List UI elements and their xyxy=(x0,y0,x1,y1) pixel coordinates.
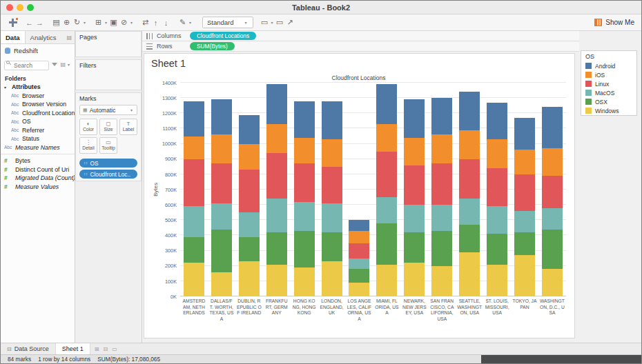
bar-segment-osx[interactable] xyxy=(349,269,369,283)
bar-segment-android[interactable] xyxy=(239,115,260,144)
columns-shelf[interactable]: Columns Cloudfront Locations xyxy=(142,31,579,41)
bar-segment-macos[interactable] xyxy=(211,203,232,230)
bar-segment-osx[interactable] xyxy=(322,232,342,261)
bar-segment-linux[interactable] xyxy=(211,163,232,203)
bar-segment-macos[interactable] xyxy=(459,199,480,225)
bar-segment-linux[interactable] xyxy=(184,159,204,207)
folder-expand-icon[interactable]: ▾ xyxy=(4,85,9,90)
show-me-button[interactable]: Show Me xyxy=(594,19,634,26)
presentation-mode-button[interactable]: ▭ xyxy=(275,17,285,28)
marks-pill[interactable]: ∷Cloudfront Loc.. xyxy=(79,170,137,179)
bar-segment-linux[interactable] xyxy=(431,163,452,205)
bar-segment-linux[interactable] xyxy=(349,243,369,259)
tab-analytics[interactable]: Analytics xyxy=(26,31,61,43)
legend-item[interactable]: MacOS xyxy=(581,88,636,97)
bar-segment-macos[interactable] xyxy=(322,203,342,232)
folder-row-attributes[interactable]: ▾ Attributes xyxy=(1,83,75,92)
bar-segment-windows[interactable] xyxy=(184,263,204,296)
bar-segment-linux[interactable] xyxy=(322,167,342,203)
dimensions-measures-divider[interactable] xyxy=(1,154,75,154)
tab-data-source[interactable]: ⊟ Data Source xyxy=(1,343,56,354)
bar-segment-osx[interactable] xyxy=(376,223,397,265)
rows-pill[interactable]: SUM(Bytes) xyxy=(190,42,235,50)
label-button[interactable]: TLabel xyxy=(119,119,137,135)
detail-button[interactable]: ⋮Detail xyxy=(79,137,97,154)
bar-segment-windows[interactable] xyxy=(266,265,287,297)
bar-segment-windows[interactable] xyxy=(459,252,480,296)
bar-segment-osx[interactable] xyxy=(487,234,507,264)
bar-segment-linux[interactable] xyxy=(487,168,507,206)
bar-segment-android[interactable] xyxy=(514,118,535,150)
bar-segment-macos[interactable] xyxy=(376,197,397,223)
bar-segment-osx[interactable] xyxy=(542,230,563,270)
share-button[interactable]: ↗ xyxy=(285,17,295,28)
field-row[interactable]: AbcCloudfront Locations xyxy=(1,109,75,118)
bar-segment-android[interactable] xyxy=(266,84,287,124)
bar-segment-linux[interactable] xyxy=(404,165,425,205)
field-row[interactable]: #Migrated Data (Count) xyxy=(1,174,75,183)
bar-segment-android[interactable] xyxy=(294,101,315,138)
bar-segment-ios[interactable] xyxy=(487,139,507,168)
redo-button[interactable]: → xyxy=(35,17,45,28)
field-row[interactable]: #Distinct Count of Uri xyxy=(1,165,75,174)
bar-segment-macos[interactable] xyxy=(514,211,535,232)
bar-segment-android[interactable] xyxy=(459,92,480,130)
field-row[interactable]: AbcStatus xyxy=(1,134,75,143)
clear-dropdown-caret[interactable]: ▾ xyxy=(129,20,134,25)
filters-shelf[interactable]: Filters xyxy=(75,59,142,90)
size-button[interactable]: ◻Size xyxy=(99,119,117,135)
bar-segment-osx[interactable] xyxy=(514,232,535,255)
bar-segment-android[interactable] xyxy=(211,99,232,134)
bar-segment-windows[interactable] xyxy=(487,265,507,297)
bar-segment-linux[interactable] xyxy=(542,176,563,208)
legend-item[interactable]: OSX xyxy=(581,97,636,106)
bar-segment-osx[interactable] xyxy=(294,231,315,267)
bar-segment-osx[interactable] xyxy=(211,230,232,272)
bar-segment-ios[interactable] xyxy=(376,124,397,152)
bar-segment-macos[interactable] xyxy=(294,202,315,231)
new-worksheet-button[interactable]: ⊞ xyxy=(93,17,104,28)
bar-segment-osx[interactable] xyxy=(239,237,260,261)
tab-sheet1[interactable]: Sheet 1 xyxy=(56,343,90,354)
bar-segment-android[interactable] xyxy=(542,107,563,148)
bar-segment-windows[interactable] xyxy=(294,267,315,296)
highlight-button[interactable]: ✎ xyxy=(177,17,188,28)
bar-segment-ios[interactable] xyxy=(514,150,535,174)
columns-pill[interactable]: Cloudfront Locations xyxy=(190,32,256,40)
bar-segment-macos[interactable] xyxy=(404,205,425,232)
close-window-button[interactable] xyxy=(6,4,13,11)
bar-segment-windows[interactable] xyxy=(376,265,397,297)
connection-row[interactable]: Redshift xyxy=(1,44,75,57)
refresh-button[interactable]: ↻ xyxy=(72,17,82,28)
bar-segment-windows[interactable] xyxy=(349,283,369,296)
swap-axes-button[interactable]: ⇄ xyxy=(140,17,150,28)
legend-item[interactable]: Windows xyxy=(581,106,636,115)
bar-segment-ios[interactable] xyxy=(184,136,204,159)
save-button[interactable]: ▤ xyxy=(51,17,61,28)
bar-segment-windows[interactable] xyxy=(542,269,563,296)
bar-segment-android[interactable] xyxy=(431,98,452,134)
sort-ascending-button[interactable]: ↑ xyxy=(150,17,161,28)
tooltip-button[interactable]: ▭Tooltip xyxy=(99,137,117,154)
view-options-button[interactable]: ▤ ▾ xyxy=(60,61,71,68)
pages-shelf[interactable]: Pages xyxy=(75,31,142,57)
clear-sheet-button[interactable]: ⊘ xyxy=(119,17,129,28)
bar-segment-osx[interactable] xyxy=(404,232,425,263)
bar-segment-ios[interactable] xyxy=(459,130,480,159)
bar-segment-linux[interactable] xyxy=(376,152,397,197)
marks-pill[interactable]: ∷OS xyxy=(79,159,137,168)
field-row[interactable]: AbcBrowser Version xyxy=(1,100,75,109)
tableau-home-button[interactable] xyxy=(8,17,18,28)
bar-segment-windows[interactable] xyxy=(322,261,342,296)
field-row[interactable]: #Bytes xyxy=(1,156,75,165)
bar-segment-macos[interactable] xyxy=(431,205,452,231)
bar-segment-windows[interactable] xyxy=(239,261,260,296)
bar-segment-macos[interactable] xyxy=(266,199,287,232)
bar-segment-android[interactable] xyxy=(184,101,204,136)
legend-item[interactable]: iOS xyxy=(581,70,636,79)
bar-segment-windows[interactable] xyxy=(514,255,535,296)
bar-segment-linux[interactable] xyxy=(459,159,480,199)
filter-fields-icon[interactable] xyxy=(52,63,57,66)
bar-segment-ios[interactable] xyxy=(404,138,425,165)
field-row[interactable]: AbcReferrer xyxy=(1,126,75,135)
